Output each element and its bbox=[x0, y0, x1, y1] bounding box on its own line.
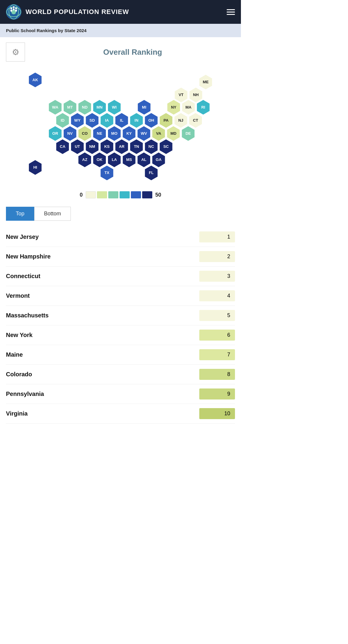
legend-box-4 bbox=[120, 191, 130, 198]
hex-state-ga[interactable]: GA bbox=[152, 152, 165, 168]
legend: 0 50 bbox=[6, 191, 235, 198]
ranking-state-name: Colorado bbox=[6, 371, 199, 378]
ranking-row: Vermont4 bbox=[6, 286, 235, 306]
hex-state-me[interactable]: ME bbox=[199, 74, 212, 90]
hex-state-ks[interactable]: KS bbox=[100, 139, 114, 154]
hex-label-ne: NE bbox=[97, 131, 102, 136]
legend-box-6 bbox=[142, 191, 152, 198]
hex-state-nm[interactable]: NM bbox=[86, 139, 99, 154]
hex-label-ia: IA bbox=[105, 118, 109, 123]
ranking-value: 4 bbox=[199, 290, 235, 301]
hex-state-or[interactable]: OR bbox=[48, 126, 62, 141]
hex-state-sc[interactable]: SC bbox=[159, 139, 173, 154]
legend-box-3 bbox=[108, 191, 118, 198]
hex-state-mt[interactable]: MT bbox=[63, 100, 77, 115]
hex-label-tn: TN bbox=[134, 144, 139, 149]
hex-state-ok[interactable]: OK bbox=[93, 152, 106, 168]
menu-button[interactable] bbox=[227, 9, 235, 15]
hex-label-wi: WI bbox=[112, 105, 117, 109]
hex-label-ca: CA bbox=[60, 144, 65, 149]
svg-rect-9 bbox=[15, 10, 17, 12]
hex-label-co: CO bbox=[82, 131, 88, 136]
hex-state-nc[interactable]: NC bbox=[145, 139, 158, 154]
hex-state-az[interactable]: AZ bbox=[78, 152, 92, 168]
hex-state-mn[interactable]: MN bbox=[93, 100, 106, 115]
hex-map: AKHIWAMTNDMNWIMIVTNHMENYMARIIDWYSDIAILIN… bbox=[6, 67, 235, 186]
hex-state-ct[interactable]: CT bbox=[189, 113, 202, 128]
hex-state-mi[interactable]: MI bbox=[137, 100, 151, 115]
hex-state-pa[interactable]: PA bbox=[159, 113, 173, 128]
hex-state-nj[interactable]: NJ bbox=[174, 113, 188, 128]
hex-state-ms[interactable]: MS bbox=[123, 152, 136, 168]
hex-state-nh[interactable]: NH bbox=[189, 87, 203, 103]
hex-state-ca[interactable]: CA bbox=[56, 139, 69, 154]
hex-state-ak[interactable]: AK bbox=[29, 72, 42, 88]
hex-state-id[interactable]: ID bbox=[56, 113, 69, 128]
header-left: WORLD POPULATION REVIEW bbox=[6, 4, 129, 20]
hex-state-ny[interactable]: NY bbox=[167, 100, 181, 115]
tab-top[interactable]: Top bbox=[6, 207, 34, 221]
hex-state-la[interactable]: LA bbox=[108, 152, 121, 168]
ranking-value: 2 bbox=[199, 251, 235, 262]
settings-button[interactable]: ⚙ bbox=[6, 43, 25, 62]
hex-label-la: LA bbox=[112, 157, 117, 162]
hex-state-ar[interactable]: AR bbox=[115, 139, 128, 154]
hex-state-wy[interactable]: WY bbox=[71, 113, 84, 128]
hex-state-tn[interactable]: TN bbox=[130, 139, 143, 154]
ranking-value: 5 bbox=[199, 310, 235, 321]
hex-state-ky[interactable]: KY bbox=[123, 126, 136, 141]
ranking-state-name: Pennsylvania bbox=[6, 391, 199, 397]
hex-state-fl[interactable]: FL bbox=[145, 165, 158, 181]
hex-state-nv[interactable]: NV bbox=[63, 126, 77, 141]
ranking-value: 9 bbox=[199, 388, 235, 399]
hex-state-wi[interactable]: WI bbox=[108, 100, 121, 115]
hex-state-mo[interactable]: MO bbox=[108, 126, 121, 141]
hex-label-hi: HI bbox=[33, 165, 37, 170]
hex-label-or: OR bbox=[52, 131, 58, 136]
legend-min: 0 bbox=[78, 192, 84, 198]
hex-state-de[interactable]: DE bbox=[181, 126, 195, 141]
hex-label-ut: UT bbox=[75, 144, 80, 149]
site-logo bbox=[6, 4, 21, 20]
hex-label-ga: GA bbox=[156, 157, 162, 162]
tabs-container: Top Bottom bbox=[6, 207, 235, 221]
ranking-state-name: Massachusetts bbox=[6, 312, 199, 319]
hex-label-mn: MN bbox=[97, 105, 103, 109]
hex-state-al[interactable]: AL bbox=[137, 152, 151, 168]
hex-state-md[interactable]: MD bbox=[167, 126, 180, 141]
hex-state-co[interactable]: CO bbox=[78, 126, 92, 141]
hex-state-wa[interactable]: WA bbox=[48, 100, 62, 115]
hex-label-me: ME bbox=[203, 80, 209, 84]
title-row: ⚙ Overall Ranking bbox=[6, 43, 235, 62]
ranking-row: New Hampshire2 bbox=[6, 247, 235, 267]
tab-bottom[interactable]: Bottom bbox=[34, 207, 71, 221]
hex-state-hi[interactable]: HI bbox=[29, 160, 42, 175]
ranking-state-name: Virginia bbox=[6, 410, 199, 417]
hex-state-ia[interactable]: IA bbox=[100, 113, 114, 128]
ranking-state-name: Vermont bbox=[6, 292, 199, 299]
hex-label-nj: NJ bbox=[178, 118, 184, 123]
hex-state-il[interactable]: IL bbox=[115, 113, 128, 128]
gear-icon: ⚙ bbox=[12, 47, 19, 57]
hex-state-vt[interactable]: VT bbox=[175, 87, 188, 103]
hex-state-in[interactable]: IN bbox=[130, 113, 143, 128]
ranking-value: 8 bbox=[199, 369, 235, 380]
hex-label-ms: MS bbox=[126, 157, 132, 162]
svg-point-6 bbox=[15, 7, 17, 9]
ranking-value: 7 bbox=[199, 349, 235, 360]
hex-state-sd[interactable]: SD bbox=[86, 113, 99, 128]
hex-state-ri[interactable]: RI bbox=[197, 100, 210, 115]
hex-state-wv[interactable]: WV bbox=[137, 126, 151, 141]
menu-line-3 bbox=[227, 14, 235, 15]
hex-state-ma[interactable]: MA bbox=[182, 100, 195, 115]
ranking-row: Connecticut3 bbox=[6, 267, 235, 286]
hex-state-ut[interactable]: UT bbox=[71, 139, 84, 154]
hex-state-tx[interactable]: TX bbox=[100, 165, 114, 181]
hex-state-oh[interactable]: OH bbox=[145, 113, 158, 128]
hex-state-ne[interactable]: NE bbox=[93, 126, 106, 141]
hex-state-nd[interactable]: ND bbox=[78, 100, 92, 115]
svg-rect-7 bbox=[10, 10, 12, 12]
hex-state-va[interactable]: VA bbox=[152, 126, 165, 141]
ranking-value: 6 bbox=[199, 330, 235, 341]
hex-label-oh: OH bbox=[148, 118, 154, 123]
